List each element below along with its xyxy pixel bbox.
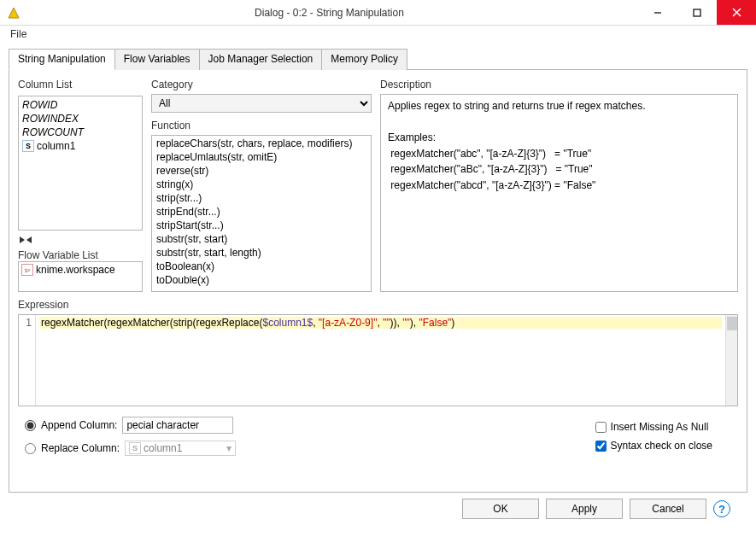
syntax-check-checkbox[interactable] [595,441,607,452]
function-label: Function [151,120,372,131]
fn-item[interactable]: toBoolean(x) [153,260,370,273]
fn-item[interactable]: replaceChars(str, chars, replace, modifi… [153,137,370,150]
tab-memory-policy[interactable]: Memory Policy [321,49,407,70]
column-column1-label: column1 [37,140,75,152]
tab-job-manager[interactable]: Job Manager Selection [199,49,323,70]
column-rowid[interactable]: ROWID [21,98,140,112]
svg-marker-6 [26,236,32,243]
right-column: Description Applies regex to string and … [380,79,738,292]
svg-marker-5 [20,236,25,243]
close-button[interactable] [717,0,756,25]
menu-file[interactable]: File [7,27,30,41]
menubar: File [0,26,756,44]
fn-item[interactable]: stripStart(str...) [153,219,370,232]
tab-string-manipulation[interactable]: String Manipulation [9,49,115,70]
column-column1[interactable]: S column1 [21,139,140,153]
tab-strip: String Manipulation Flow Variables Job M… [9,48,747,70]
description-label: Description [380,79,738,90]
upper-row: Column List ROWID ROWINDEX ROWCOUNT S co… [18,79,738,292]
category-label: Category [151,79,372,90]
window-controls [638,0,756,25]
replace-column-radio[interactable] [25,443,36,454]
expression-editor[interactable]: 1 regexMatcher(regexMatcher(strip(regexR… [18,314,738,406]
fn-item[interactable]: stripEnd(str...) [153,205,370,219]
replace-column-row: Replace Column: S column1 ▾ [25,441,236,456]
append-column-input[interactable] [122,417,233,434]
minimize-button[interactable] [638,0,677,25]
help-icon[interactable]: ? [713,500,730,517]
desc-examples-label: Examples: [388,130,730,146]
svg-rect-2 [694,9,700,16]
fn-item[interactable]: substr(str, start, length) [153,246,370,260]
description-box[interactable]: Applies regex to string and returns true… [380,94,738,292]
collapse-arrows[interactable] [18,236,143,244]
fn-item[interactable]: substr(str, start) [153,232,370,246]
string-type-icon: S [129,442,141,454]
tab-pane: Column List ROWID ROWINDEX ROWCOUNT S co… [9,70,747,493]
column-rowcount[interactable]: ROWCOUNT [21,125,140,139]
flow-var-label: Flow Variable List [18,249,143,261]
fn-item[interactable]: strip(str...) [153,191,370,205]
left-column: Column List ROWID ROWINDEX ROWCOUNT S co… [18,79,143,292]
code-area[interactable]: regexMatcher(regexMatcher(strip(regexRep… [36,315,725,406]
ok-button[interactable]: OK [462,499,539,519]
middle-column: Category All Function replaceChars(str, … [151,79,372,292]
apply-button[interactable]: Apply [546,499,623,519]
replace-column-label: Replace Column: [41,442,120,454]
flow-var-item-label: knime.workspace [36,264,115,276]
expression-label: Expression [18,299,738,311]
column-list[interactable]: ROWID ROWINDEX ROWCOUNT S column1 [18,96,143,231]
flow-var-item[interactable]: sv knime.workspace [20,263,141,277]
column-rowindex[interactable]: ROWINDEX [21,112,140,125]
fn-item[interactable]: reverse(str) [153,164,370,178]
options-row: Append Column: Replace Column: S column1… [18,413,738,459]
tab-flow-variables[interactable]: Flow Variables [114,49,200,70]
append-column-row: Append Column: [25,417,236,434]
desc-intro: Applies regex to string and returns true… [388,98,730,114]
insert-null-label: Insert Missing As Null [611,421,709,433]
category-select[interactable]: All [151,94,372,113]
gutter: 1 [19,315,36,406]
fn-item[interactable]: replaceUmlauts(str, omitE) [153,150,370,164]
svg-marker-0 [9,8,19,18]
append-column-radio[interactable] [25,420,36,431]
insert-null-checkbox[interactable] [595,422,607,433]
replace-column-select: S column1 ▾ [125,441,236,456]
app-icon [7,6,21,20]
syntax-check-label: Syntax check on close [611,440,712,452]
flow-var-section: Flow Variable List sv knime.workspace [18,249,143,292]
cancel-button[interactable]: Cancel [630,499,706,519]
editor-scrollbar[interactable] [725,315,737,406]
fn-item[interactable]: string(x) [153,178,370,191]
replace-column-value: column1 [144,442,182,454]
flow-var-list[interactable]: sv knime.workspace [18,261,143,292]
fn-item[interactable]: toDouble(x) [153,273,370,287]
chevron-down-icon: ▾ [226,442,231,454]
checks-col: Insert Missing As Null Syntax check on c… [595,421,712,452]
footer: OK Apply Cancel ? [9,493,747,532]
column-list-label: Column List [18,79,143,90]
append-column-label: Append Column: [41,419,117,431]
desc-example-row: regexMatcher("aBc", "[a-zA-Z]{3}") = "Tr… [388,161,730,178]
desc-example-row: regexMatcher("abcd", "[a-zA-Z]{3}") = "F… [388,178,730,194]
syntax-check-row: Syntax check on close [595,440,712,452]
line-number: 1 [26,317,32,329]
function-list[interactable]: replaceChars(str, chars, replace, modifi… [151,135,372,292]
radios-col: Append Column: Replace Column: S column1… [18,417,236,456]
window-title: Dialog - 0:2 - String Manipulation [21,7,638,19]
string-var-icon: sv [21,264,33,276]
maximize-button[interactable] [677,0,717,25]
desc-example-row: regexMatcher("abc", "[a-zA-Z]{3}") = "Tr… [388,146,730,162]
insert-null-row: Insert Missing As Null [595,421,712,433]
expression-section: Expression 1 regexMatcher(regexMatcher(s… [18,299,738,406]
string-type-icon: S [22,140,34,152]
titlebar: Dialog - 0:2 - String Manipulation [0,0,756,26]
content: String Manipulation Flow Variables Job M… [0,44,756,537]
